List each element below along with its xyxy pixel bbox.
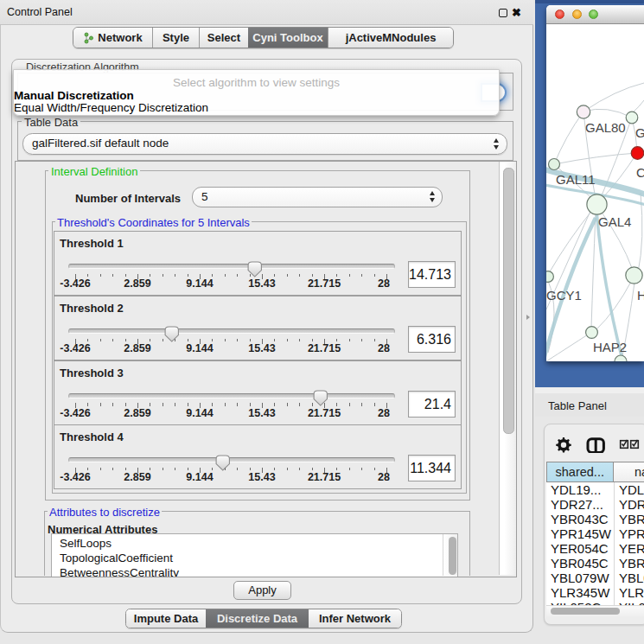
svg-text:GAL4: GAL4 [598,214,631,229]
svg-text:GAL80: GAL80 [585,120,626,135]
svg-text:GA: GA [635,125,644,140]
svg-text:HAP2: HAP2 [593,340,627,354]
svg-text:H: H [637,288,644,303]
svg-text:GAL11: GAL11 [556,172,596,187]
svg-text:C: C [636,165,644,180]
svg-text:GCY1: GCY1 [546,288,582,303]
